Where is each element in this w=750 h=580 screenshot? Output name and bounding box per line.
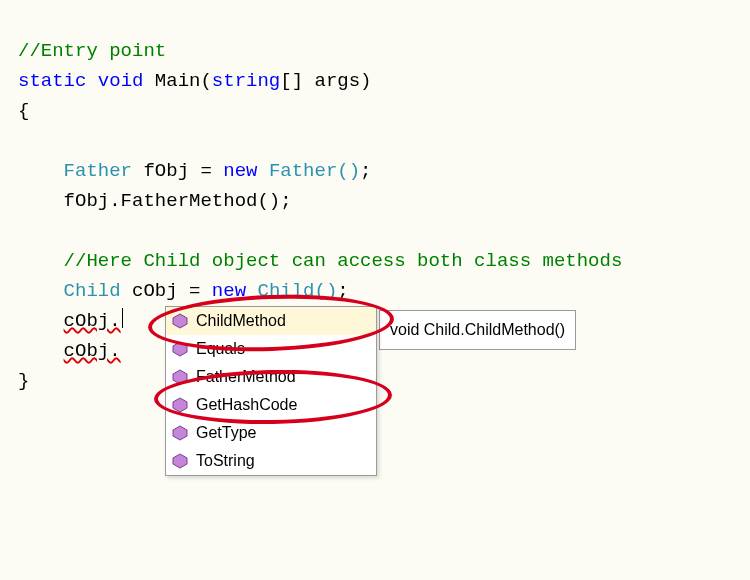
intellisense-item-label: GetHashCode	[196, 397, 297, 413]
intellisense-item-fathermethod[interactable]: FatherMethod	[166, 363, 376, 391]
stmt-fobj-call: fObj.FatherMethod();	[64, 190, 292, 212]
text-caret	[122, 308, 123, 328]
brace-open: {	[18, 100, 29, 122]
comment-line: //Entry point	[18, 40, 166, 62]
comment-line: //Here Child object can access both clas…	[64, 250, 623, 272]
kw-void: void	[98, 70, 144, 92]
method-main: Main	[155, 70, 201, 92]
intellisense-item-label: GetType	[196, 425, 256, 441]
kw-static: static	[18, 70, 86, 92]
svg-marker-1	[173, 342, 187, 356]
intellisense-popup[interactable]: ChildMethod Equals FatherMethod GetHashC…	[165, 306, 377, 476]
type-child: Child	[64, 280, 121, 302]
method-icon	[172, 341, 188, 357]
intellisense-item-tostring[interactable]: ToString	[166, 447, 376, 475]
svg-marker-5	[173, 454, 187, 468]
intellisense-item-label: FatherMethod	[196, 369, 296, 385]
stmt-cobj-incomplete: cObj.	[64, 310, 121, 332]
method-icon	[172, 425, 188, 441]
method-icon	[172, 369, 188, 385]
stmt-cobj-incomplete-2: cObj.	[64, 340, 121, 362]
svg-marker-4	[173, 426, 187, 440]
method-icon	[172, 397, 188, 413]
type-father: Father	[64, 160, 132, 182]
intellisense-item-gettype[interactable]: GetType	[166, 419, 376, 447]
method-icon	[172, 313, 188, 329]
intellisense-item-equals[interactable]: Equals	[166, 335, 376, 363]
method-icon	[172, 453, 188, 469]
svg-marker-3	[173, 398, 187, 412]
intellisense-item-gethashcode[interactable]: GetHashCode	[166, 391, 376, 419]
intellisense-item-childmethod[interactable]: ChildMethod	[166, 307, 376, 335]
intellisense-item-label: Equals	[196, 341, 245, 357]
intellisense-item-label: ToString	[196, 453, 255, 469]
svg-marker-2	[173, 370, 187, 384]
intellisense-tooltip: void Child.ChildMethod()	[379, 310, 576, 350]
kw-string: string	[212, 70, 280, 92]
svg-marker-0	[173, 314, 187, 328]
brace-close: }	[18, 370, 29, 392]
intellisense-item-label: ChildMethod	[196, 313, 286, 329]
